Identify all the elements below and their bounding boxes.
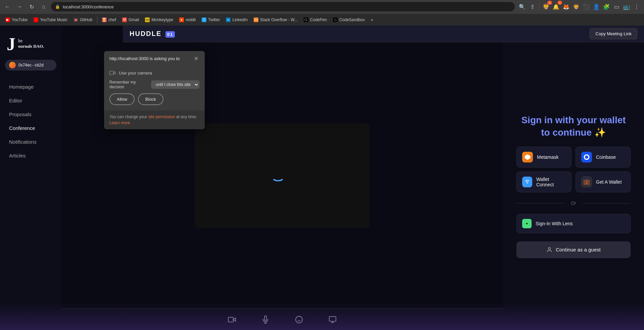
- address-bar[interactable]: 🔒 localhost:3000/conference: [51, 2, 515, 11]
- block-button[interactable]: Block: [138, 93, 163, 105]
- bookmark-chef[interactable]: 👨‍🍳 chef: [99, 16, 119, 23]
- bookmark-ytm-label: YouTube Music: [40, 17, 67, 22]
- menu-button[interactable]: ⋮: [632, 2, 641, 11]
- metamask-option[interactable]: Metamask: [516, 147, 572, 168]
- sidebar-item-articles[interactable]: Articles: [5, 149, 56, 162]
- sidebar-nav: Homepage Editor Proposals Conference Not…: [0, 81, 61, 162]
- svg-point-14: [548, 247, 550, 249]
- wallet-button[interactable]: 🦊: [561, 2, 571, 11]
- lock-icon: 🔒: [55, 4, 60, 9]
- wallet-avatar: [9, 62, 16, 68]
- bookmark-monkeytype[interactable]: mt Monkeytype: [142, 16, 176, 23]
- bookmark-codesandbox[interactable]: □ CodeSandbox: [330, 16, 367, 23]
- camera-control-button[interactable]: [225, 313, 239, 326]
- wallet-options: Metamask Coinbase: [516, 147, 631, 192]
- sidebar-toggle[interactable]: ▭: [612, 2, 621, 11]
- share-button[interactable]: ⇧: [528, 2, 537, 11]
- bookmark-gh-label: GitHub: [80, 17, 92, 22]
- remember-select[interactable]: until I close this site: [151, 81, 199, 89]
- lens-signin[interactable]: Sign-In With Lens: [516, 214, 631, 233]
- cast-button[interactable]: 📺: [622, 2, 631, 11]
- bookmark-twitter[interactable]: 𝕏 Twitter: [199, 16, 222, 23]
- brave-shield[interactable]: 🦁 1: [541, 2, 551, 11]
- getawallet-option[interactable]: 💼 Get A Wallet: [576, 172, 631, 192]
- learn-more-link[interactable]: Learn more: [109, 121, 199, 125]
- lens-icon: [522, 219, 532, 228]
- copy-meeting-link-button[interactable]: Copy Meeting Link: [590, 28, 637, 39]
- site-permission-link[interactable]: site permission: [148, 114, 175, 119]
- permission-close-button[interactable]: ✕: [193, 55, 199, 62]
- logo-letter: J: [7, 36, 15, 53]
- signin-title: Sign in with your wallet to continue ✨: [516, 114, 631, 139]
- tab-button[interactable]: ⬛: [582, 2, 591, 11]
- account-button[interactable]: 👤: [592, 2, 601, 11]
- bookmark-codepen[interactable]: ⬡ CodePen: [301, 16, 330, 23]
- coinbase-svg: [583, 154, 590, 160]
- signin-panel: Sign in with your wallet to continue ✨ M…: [503, 42, 644, 330]
- guest-icon: [546, 247, 552, 253]
- walletconnect-label: Wallet Connect: [536, 177, 566, 187]
- huddl-header: HUDDLE 01 Copy Meeting Link: [123, 26, 644, 42]
- metamask-svg: [524, 154, 531, 160]
- emoji-control-button[interactable]: [292, 313, 306, 326]
- bookmarks-more[interactable]: »: [368, 16, 376, 23]
- coinbase-label: Coinbase: [596, 154, 616, 160]
- back-button[interactable]: ←: [3, 2, 12, 11]
- sidebar-item-homepage[interactable]: Homepage: [5, 81, 56, 93]
- video-controls: [61, 309, 503, 330]
- svg-point-3: [296, 316, 302, 323]
- logo-area: J he ournals DAO.: [0, 32, 61, 60]
- stackoverflow-favicon: SO: [254, 17, 258, 22]
- nav-bar: ← → ↻ ⌂ 🔒 localhost:3000/conference 🔍 ⇧ …: [0, 0, 644, 13]
- allow-button[interactable]: Allow: [109, 93, 135, 105]
- mic-control-button[interactable]: [259, 313, 272, 326]
- wallet-badge[interactable]: 0x74ec···cb2d: [5, 60, 56, 70]
- linkedin-favicon: in: [226, 17, 231, 22]
- reload-button[interactable]: ↻: [27, 2, 36, 11]
- bookmark-monkeytype-label: Monkeytype: [151, 17, 173, 22]
- remember-label: Remember my decision: [109, 80, 149, 89]
- bookmark-stackoverflow[interactable]: SO Stack Overflow - W...: [251, 16, 300, 23]
- extensions-button[interactable]: 🧩: [602, 2, 611, 11]
- mic-icon: [261, 316, 269, 324]
- bookmark-github[interactable]: 🐙 GitHub: [71, 16, 95, 23]
- gh-favicon: 🐙: [73, 17, 78, 22]
- wallet-address: 0x74ec···cb2d: [18, 63, 44, 67]
- bookmark-linkedin[interactable]: in LinkedIn: [223, 16, 250, 23]
- lens-label: Sign-In With Lens: [536, 221, 573, 226]
- sidebar-item-notifications[interactable]: Notifications: [5, 136, 56, 148]
- emoji-icon: [295, 316, 303, 324]
- bookmark-youtube-music[interactable]: ♪ YouTube Music: [31, 16, 70, 23]
- twitter-favicon: 𝕏: [202, 17, 206, 22]
- sidebar-item-proposals[interactable]: Proposals: [5, 108, 56, 121]
- bookmark-reddit[interactable]: ● reddit: [177, 16, 198, 23]
- home-button[interactable]: ⌂: [39, 2, 48, 11]
- bookmark-linkedin-label: LinkedIn: [232, 17, 247, 22]
- guest-button[interactable]: Continue as a guest: [516, 241, 631, 258]
- chef-favicon: 👨‍🍳: [102, 17, 107, 22]
- logo-text: he ournals DAO.: [18, 36, 44, 49]
- metamask-label: Metamask: [537, 154, 559, 160]
- signin-title-text: Sign in with your wallet to continue: [521, 115, 626, 137]
- bookmark-youtube-label: YouTube: [12, 17, 28, 22]
- svg-rect-0: [228, 317, 233, 322]
- bookmark-chef-label: chef: [108, 17, 116, 22]
- sidebar-item-editor[interactable]: Editor: [5, 94, 56, 107]
- bookmark-youtube[interactable]: ▶ YouTube: [3, 16, 30, 23]
- svg-marker-9: [525, 154, 531, 160]
- bookmark-gmail[interactable]: M Gmail: [119, 16, 142, 23]
- monkeytype-favicon: mt: [145, 17, 150, 22]
- getawallet-icon: 💼: [581, 177, 592, 187]
- coinbase-option[interactable]: Coinbase: [576, 147, 631, 168]
- sidebar-item-conference[interactable]: Conference: [5, 122, 56, 134]
- brave-wallet-button[interactable]: 🦁: [572, 2, 581, 11]
- walletconnect-option[interactable]: Wallet Connect: [516, 172, 572, 192]
- gmail-favicon: M: [122, 17, 127, 22]
- screen-control-button[interactable]: [326, 313, 339, 326]
- reddit-favicon: ●: [179, 17, 184, 22]
- separator: [539, 3, 539, 10]
- brave-notifications[interactable]: 🔔 1: [551, 2, 561, 11]
- permission-header: http://localhost:3000 is asking you to ✕: [104, 51, 205, 66]
- forward-button[interactable]: →: [15, 2, 24, 11]
- search-button[interactable]: 🔍: [517, 2, 527, 11]
